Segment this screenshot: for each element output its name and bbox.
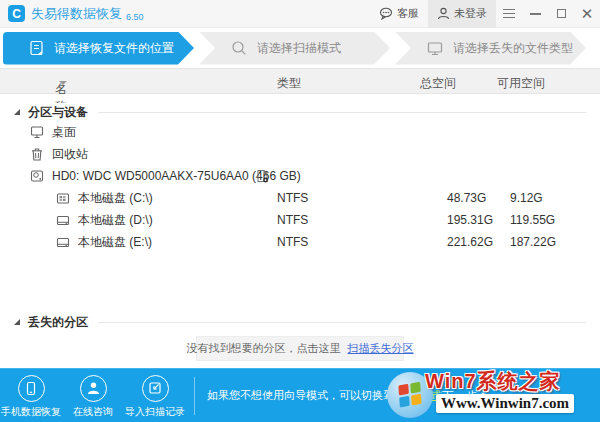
lost-partition-notice: 没有找到想要的分区，点击这里 扫描丢失分区 [196,336,404,361]
login-label: 未登录 [454,6,487,21]
document-icon [29,40,44,56]
maximize-button[interactable] [548,0,574,28]
scan-lost-partition-link[interactable]: 扫描丢失分区 [348,341,414,356]
step-select-location[interactable]: 请选择恢复文件的位置 [3,32,194,65]
lost-partition-message: 没有找到想要的分区，点击这里 [187,341,341,356]
system-drive-icon [56,192,70,205]
item-free-space: 9.12G [510,191,543,205]
column-type: 类型 [277,75,301,92]
item-name: 本地磁盘 (E:\) [78,234,152,251]
item-free-space: 187.22G [510,235,556,249]
phone-icon [18,375,45,402]
app-window: C 失易得数据恢复 6.50 客服 未登录 [0,0,600,422]
item-free-space: 119.55G [510,213,555,227]
list-item-drive-c[interactable]: 本地磁盘 (C:\) NTFS 48.73G 9.12G [0,187,600,209]
search-icon [231,40,247,56]
import-scan-label: 导入扫描记录 [125,405,185,419]
menu-icon [503,9,515,19]
section-partitions-devices[interactable]: 分区与设备 [0,103,600,121]
item-total-space: 195.31G [447,213,493,227]
chat-bubble-icon [379,7,393,20]
menu-button[interactable] [496,0,522,28]
mode-hint-text: 如果您不想使用向导模式，可以切换到 [207,389,394,401]
list-item-recycle-bin[interactable]: 回收站 [0,143,600,165]
column-free-space: 可用空间 [497,75,545,92]
item-type: NTFS [277,191,308,205]
collapse-triangle-icon [14,319,20,325]
drive-icon [56,214,70,227]
list-item-hd0[interactable]: HD0: WDC WD5000AAKX-75U6AA0 (466 GB) [0,165,600,187]
online-consult-label: 在线咨询 [73,405,113,419]
step-label: 请选择丢失的文件类型 [453,40,573,57]
item-type: NTFS [277,235,308,249]
desktop-icon [30,125,44,139]
item-type: NTFS [277,213,308,227]
item-name: 回收站 [52,146,88,163]
section-title: 丢失的分区 [28,314,88,331]
phone-recovery-button[interactable]: 手机数据恢复 [0,375,62,419]
list-item-desktop[interactable]: 桌面 [0,121,600,143]
footer-toolbar: 手机数据恢复 在线咨询 导入扫描记录 如果您不想使用向导 [0,368,600,422]
step-wizard: 请选择恢复文件的位置 请选择扫描模式 请选择丢失的文件类型 [0,28,600,68]
column-total-space: 总空间 [420,75,456,92]
app-title: 失易得数据恢复 [31,5,122,23]
app-logo-icon: C [8,5,25,22]
next-step-button[interactable]: 下一步 > [442,388,488,405]
sort-caret-icon [59,81,67,85]
customer-service-button[interactable]: 客服 [370,0,428,28]
minimize-button[interactable] [522,0,548,28]
drive-icon [56,236,70,249]
maximize-icon [557,9,566,18]
consultant-icon [80,375,107,402]
table-header: 名称 类型 总空间 可用空间 [0,68,600,94]
app-version: 6.50 [126,12,144,22]
recycle-bin-icon [30,147,44,161]
section-divider [98,322,586,323]
mode-hint: 如果您不想使用向导模式，可以切换到 标准模式 [207,388,441,403]
item-name: 本地磁盘 (C:\) [78,190,153,207]
item-total-space: 221.62G [447,235,493,249]
customer-service-label: 客服 [397,6,419,21]
item-name: 本地磁盘 (D:\) [78,212,153,229]
collapse-triangle-icon [14,109,20,115]
step-label: 请选择恢复文件的位置 [54,40,174,57]
list-item-drive-d[interactable]: 本地磁盘 (D:\) NTFS 195.31G 119.55G [0,209,600,231]
titlebar: C 失易得数据恢复 6.50 客服 未登录 [0,0,600,28]
section-title: 分区与设备 [28,104,88,121]
hard-drive-icon [30,169,44,183]
disk-image-icon[interactable] [256,169,269,186]
monitor-icon [427,41,443,56]
item-total-space: 48.73G [447,191,486,205]
import-scan-button[interactable]: 导入扫描记录 [124,375,186,419]
list-item-drive-e[interactable]: 本地磁盘 (E:\) NTFS 221.62G 187.22G [0,231,600,253]
standard-mode-link[interactable]: 标准模式 [397,389,441,401]
step-select-file-type[interactable]: 请选择丢失的文件类型 [395,32,586,65]
user-icon [437,7,450,20]
device-list: 分区与设备 桌面 [0,103,600,377]
section-lost-partitions[interactable]: 丢失的分区 [0,313,600,331]
online-consult-button[interactable]: 在线咨询 [62,375,124,419]
login-button[interactable]: 未登录 [428,0,496,28]
import-icon [142,375,169,402]
footer-divider [194,377,195,415]
phone-recovery-label: 手机数据恢复 [1,405,61,419]
minimize-icon [530,13,541,15]
step-label: 请选择扫描模式 [257,40,341,57]
item-name: 桌面 [52,124,76,141]
step-select-scan-mode[interactable]: 请选择扫描模式 [199,32,390,65]
section-divider [98,112,586,113]
close-button[interactable]: ✕ [574,0,600,28]
close-icon: ✕ [581,6,594,21]
